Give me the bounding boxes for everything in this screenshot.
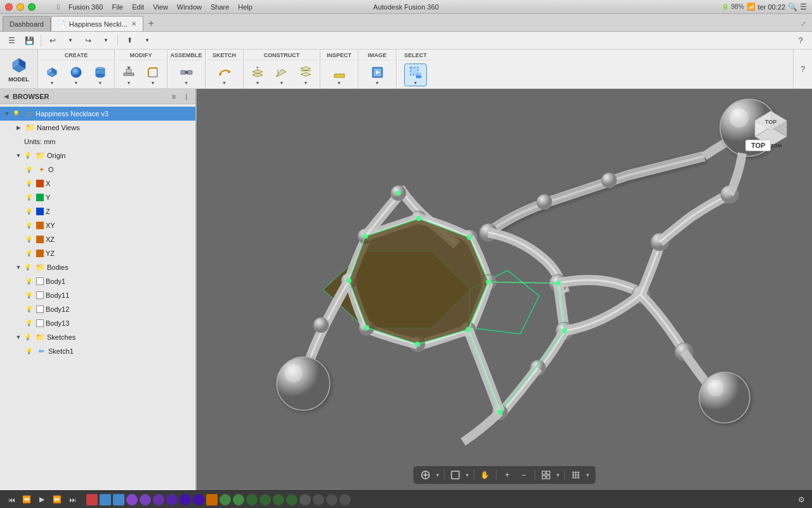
- timeline-next-button[interactable]: ⏩: [51, 493, 63, 506]
- tree-item-origin-xy[interactable]: 💡 XY: [0, 218, 195, 232]
- body12-visibility[interactable]: 💡: [24, 305, 33, 314]
- viewport-fit-window[interactable]: [539, 468, 553, 482]
- tree-item-origin-y[interactable]: 💡 Y: [0, 190, 195, 204]
- menu-view[interactable]: View: [153, 3, 168, 11]
- display-mode-arrow[interactable]: ▼: [465, 472, 470, 478]
- viewport-pan[interactable]: ✋: [478, 468, 492, 482]
- tree-item-origin-x[interactable]: 💡 X: [0, 177, 195, 190]
- fillet-dropdown[interactable]: ▼: [150, 81, 156, 84]
- tab-close-button[interactable]: ✕: [131, 20, 136, 27]
- tree-item-origin-yz[interactable]: 💡 YZ: [0, 246, 195, 260]
- tree-item-origin-xz[interactable]: 💡 XZ: [0, 232, 195, 246]
- undo-dropdown[interactable]: ▼: [63, 34, 78, 48]
- origin-xz-visibility[interactable]: 💡: [24, 235, 33, 244]
- origin-y-visibility[interactable]: 💡: [24, 193, 33, 202]
- timeline-icon-18[interactable]: [313, 494, 324, 505]
- timeline-end-button[interactable]: ⏭: [66, 493, 79, 506]
- tree-item-body11[interactable]: 💡 Body11: [0, 288, 195, 302]
- share-dropdown[interactable]: ▼: [140, 34, 155, 48]
- root-visibility-icon[interactable]: 💡: [11, 109, 20, 118]
- menu-share[interactable]: Share: [211, 3, 229, 11]
- press-pull-dropdown[interactable]: ▼: [126, 81, 132, 84]
- timeline-icon-13[interactable]: [246, 494, 258, 505]
- construct-angle-plane-button[interactable]: ▼: [270, 64, 293, 86]
- timeline-icon-16[interactable]: [286, 494, 298, 505]
- timeline-icon-2[interactable]: [100, 494, 111, 505]
- redo-button[interactable]: ↪: [81, 34, 96, 48]
- assemble-joint-button[interactable]: ▼: [175, 64, 198, 86]
- maximize-button[interactable]: [28, 3, 36, 11]
- root-toggle[interactable]: ▼: [3, 109, 11, 118]
- construct-midplane-button[interactable]: ▼: [294, 64, 317, 86]
- timeline-icon-19[interactable]: [326, 494, 337, 505]
- origin-x-visibility[interactable]: 💡: [24, 179, 33, 188]
- timeline-icon-17[interactable]: [299, 494, 311, 505]
- bodies-toggle[interactable]: ▼: [14, 263, 23, 272]
- tree-item-sketches[interactable]: ▼ 💡 📁 Sketches: [0, 330, 195, 344]
- origin-xy-visibility[interactable]: 💡: [24, 221, 33, 230]
- timeline-icon-20[interactable]: [339, 494, 351, 505]
- named-views-toggle[interactable]: ▶: [14, 123, 23, 132]
- select-box-button[interactable]: ▼: [404, 64, 427, 86]
- sketches-toggle[interactable]: ▼: [14, 333, 23, 342]
- create-dropdown-arrow[interactable]: ▼: [49, 81, 55, 84]
- timeline-icon-14[interactable]: [259, 494, 271, 505]
- joint-dropdown[interactable]: ▼: [183, 81, 190, 84]
- tab-necklace[interactable]: 📄 Happiness Neckl... ✕: [51, 16, 143, 31]
- nav-cube[interactable]: BOTTOM TOP TOP: [742, 102, 799, 159]
- timeline-settings-button[interactable]: ⚙: [796, 494, 807, 505]
- menu-window[interactable]: Window: [177, 3, 202, 11]
- grid-toggle-arrow[interactable]: ▼: [585, 472, 590, 478]
- origin-o-visibility[interactable]: 💡: [24, 165, 33, 174]
- timeline-icon-5[interactable]: [140, 494, 151, 505]
- list-icon[interactable]: ☰: [800, 3, 807, 11]
- tree-item-origin[interactable]: ▼ 💡 📁 Origin: [0, 149, 195, 163]
- origin-toggle[interactable]: ▼: [14, 151, 23, 160]
- viewport-zoom-in[interactable]: +: [501, 468, 514, 482]
- tab-dashboard[interactable]: Dashboard: [3, 16, 51, 31]
- modify-fillet-button[interactable]: ▼: [141, 64, 164, 86]
- undo-button[interactable]: ↩: [45, 34, 60, 48]
- search-icon[interactable]: 🔍: [788, 3, 797, 11]
- save-button[interactable]: 💾: [22, 34, 37, 48]
- minimize-button[interactable]: [16, 3, 24, 11]
- viewport-zoom-out[interactable]: −: [517, 468, 531, 482]
- timeline-icon-9[interactable]: [193, 494, 204, 505]
- timeline-icon-12[interactable]: [233, 494, 244, 505]
- help-question-button[interactable]: ?: [793, 50, 812, 88]
- apple-menu[interactable]: : [57, 3, 60, 11]
- timeline-icon-8[interactable]: [180, 494, 191, 505]
- modify-press-pull-button[interactable]: ▼: [117, 64, 140, 86]
- inspect-measure-button[interactable]: ▼: [328, 64, 351, 86]
- help-button[interactable]: ?: [793, 34, 808, 48]
- create-sphere-button[interactable]: ▼: [65, 64, 88, 86]
- midplane-dropdown[interactable]: ▼: [303, 81, 309, 84]
- timeline-icon-15[interactable]: [273, 494, 284, 505]
- angle-plane-dropdown[interactable]: ▼: [278, 81, 285, 84]
- viewport-display-mode[interactable]: [449, 468, 462, 482]
- timeline-start-button[interactable]: ⏮: [5, 493, 18, 506]
- offset-plane-dropdown[interactable]: ▼: [254, 81, 261, 84]
- grid-snap-arrow[interactable]: ▼: [435, 472, 440, 478]
- sphere-dropdown-arrow[interactable]: ▼: [73, 81, 79, 84]
- measure-dropdown[interactable]: ▼: [336, 81, 343, 84]
- model-mode-button[interactable]: MODEL: [0, 50, 38, 88]
- tree-item-origin-o[interactable]: 💡 ✦ O: [0, 163, 195, 177]
- share-button[interactable]: ⬆: [122, 34, 137, 48]
- sketch1-visibility[interactable]: 💡: [24, 347, 33, 356]
- body11-visibility[interactable]: 💡: [24, 291, 33, 300]
- viewport-tool-grid-snap[interactable]: [419, 468, 433, 482]
- redo-dropdown[interactable]: ▼: [98, 34, 114, 48]
- viewport-grid-toggle[interactable]: [568, 468, 582, 482]
- create-cylinder-button[interactable]: ▼: [89, 64, 112, 86]
- cylinder-dropdown-arrow[interactable]: ▼: [97, 81, 103, 84]
- tree-item-origin-z[interactable]: 💡 Z: [0, 204, 195, 218]
- browser-settings-button[interactable]: ≡: [169, 91, 179, 102]
- select-box-dropdown[interactable]: ▼: [412, 81, 419, 84]
- tree-item-body13[interactable]: 💡 Body13: [0, 316, 195, 330]
- window-resize-handle[interactable]: ⤢: [797, 16, 809, 31]
- tree-item-body12[interactable]: 💡 Body12: [0, 302, 195, 316]
- menu-toggle-button[interactable]: ☰: [4, 34, 19, 48]
- render-dropdown[interactable]: ▼: [374, 81, 381, 84]
- bodies-visibility[interactable]: 💡: [23, 263, 32, 272]
